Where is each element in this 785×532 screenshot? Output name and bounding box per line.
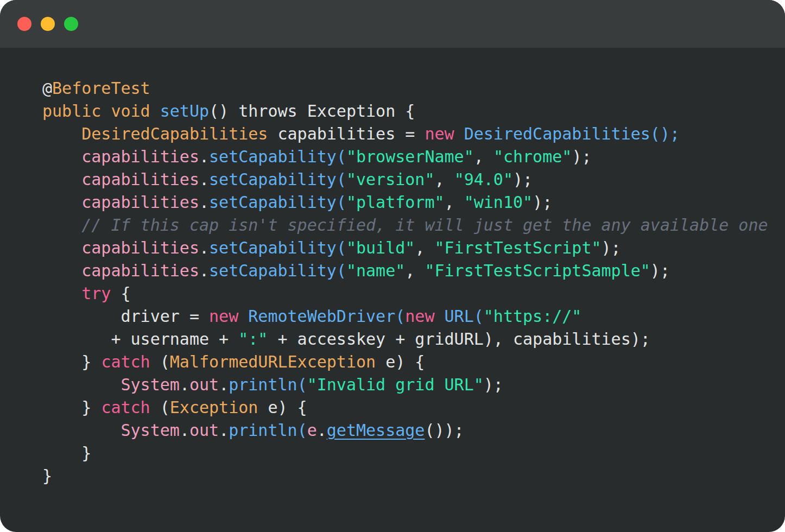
code-line: } catch (Exception e) {	[42, 396, 774, 419]
code-line: capabilities.setCapability("version", "9…	[42, 168, 774, 191]
code-line: capabilities.setCapability("name", "Firs…	[42, 259, 774, 282]
code-line: driver = new RemoteWebDriver(new URL("ht…	[42, 305, 774, 328]
code-line: public void setUp() throws Exception {	[42, 100, 774, 123]
title-bar	[0, 0, 785, 48]
code-editor: @BeforeTestpublic void setUp() throws Ex…	[0, 48, 785, 532]
code-line: @BeforeTest	[42, 77, 774, 100]
code-line: DesiredCapabilities capabilities = new D…	[42, 123, 774, 145]
code-line: } catch (MalformedURLException e) {	[42, 351, 774, 373]
code-line: capabilities.setCapability("platform", "…	[42, 191, 774, 214]
code-window: @BeforeTestpublic void setUp() throws Ex…	[0, 0, 785, 532]
zoom-button[interactable]	[64, 17, 78, 31]
code-line: // If this cap isn't specified, it will …	[42, 214, 774, 237]
code-line: capabilities.setCapability("browserName"…	[42, 145, 774, 168]
code-line: }	[42, 442, 774, 465]
code-line: + username + ":" + accesskey + gridURL),…	[42, 328, 774, 351]
code-line: System.out.println("Invalid grid URL");	[42, 373, 774, 396]
minimize-button[interactable]	[41, 17, 55, 31]
close-button[interactable]	[17, 17, 31, 31]
code-line: capabilities.setCapability("build", "Fir…	[42, 237, 774, 259]
code-line: }	[42, 465, 774, 487]
code-line: System.out.println(e.getMessage());	[42, 419, 774, 442]
code-line: try {	[42, 282, 774, 305]
